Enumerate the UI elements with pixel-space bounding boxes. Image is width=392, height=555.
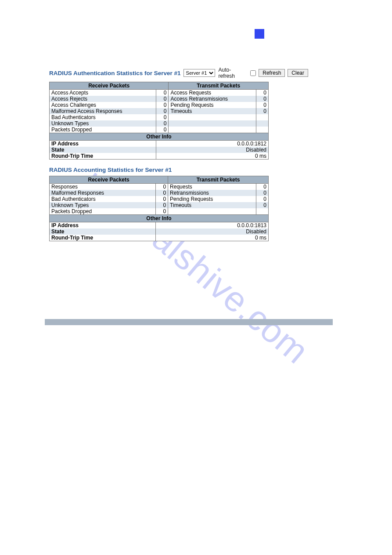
cell-label: Unknown Types	[50, 202, 156, 208]
cell-value: 0	[256, 96, 269, 102]
table-row: Round-Trip Time 0 ms	[50, 235, 269, 241]
cell-label: Access Requests	[169, 90, 256, 96]
cell-value: 0	[156, 114, 169, 120]
cell-value: 0	[256, 202, 269, 208]
cell-value	[256, 120, 269, 127]
cell-value: 0	[156, 96, 169, 102]
server-select[interactable]: Server #1	[183, 69, 215, 77]
cell-value: 0	[156, 184, 168, 190]
table-row: Malformed Access Responses 0 Timeouts 0	[50, 108, 269, 114]
auth-title-row: RADIUS Authentication Statistics for Ser…	[49, 67, 308, 79]
cell-label	[168, 208, 256, 215]
refresh-button[interactable]: Refresh	[259, 69, 285, 77]
info-value: Disabled	[156, 229, 269, 235]
acct-header-row: Receive Packets Transmit Packets	[50, 176, 269, 184]
table-row: Unknown Types 0 Timeouts 0	[50, 202, 269, 208]
acct-title: RADIUS Accounting Statistics for Server …	[49, 167, 308, 173]
table-row: Access Challenges 0 Pending Requests 0	[50, 102, 269, 108]
info-value: 0.0.0.0:1812	[156, 141, 269, 147]
footer-bar	[45, 319, 333, 325]
cell-label	[169, 127, 256, 133]
cell-label	[169, 114, 256, 120]
info-label: IP Address	[50, 141, 156, 147]
acct-transmit-header: Transmit Packets	[168, 176, 269, 184]
cell-label	[169, 120, 256, 127]
table-row: IP Address 0.0.0.0:1812	[50, 141, 269, 147]
auth-receive-header: Receive Packets	[50, 82, 169, 90]
cell-label: Packets Dropped	[50, 208, 156, 215]
table-row: Responses 0 Requests 0	[50, 184, 269, 190]
cell-label: Access Challenges	[50, 102, 156, 108]
cell-label: Timeouts	[169, 108, 256, 114]
cell-value: 0	[256, 196, 269, 202]
clear-button[interactable]: Clear	[288, 69, 308, 77]
cell-label: Unknown Types	[50, 120, 156, 127]
cell-label: Pending Requests	[168, 196, 256, 202]
table-row: Packets Dropped 0	[50, 208, 269, 215]
info-value: 0 ms	[156, 153, 269, 160]
table-row: Bad Authenticators 0 Pending Requests 0	[50, 196, 269, 202]
auth-other-info-header-row: Other Info	[50, 133, 269, 141]
acct-other-info-header: Other Info	[50, 215, 269, 222]
table-row: State Disabled	[50, 147, 269, 153]
cell-label: Bad Authenticators	[50, 196, 156, 202]
info-label: Round-Trip Time	[50, 153, 156, 160]
cell-label: Responses	[50, 184, 156, 190]
cell-value: 0	[256, 190, 269, 196]
cell-value: 0	[156, 190, 168, 196]
auto-refresh-label: Auto-refresh	[219, 67, 247, 79]
acct-other-info-header-row: Other Info	[50, 215, 269, 222]
page-marker	[255, 29, 264, 39]
cell-value: 0	[156, 102, 169, 108]
cell-value: 0	[156, 90, 169, 96]
cell-label: Malformed Responses	[50, 190, 156, 196]
auth-stats-table: Receive Packets Transmit Packets Access …	[49, 82, 269, 160]
cell-value	[256, 127, 269, 133]
table-row: Bad Authenticators 0	[50, 114, 269, 120]
auth-transmit-header: Transmit Packets	[169, 82, 269, 90]
auto-refresh-checkbox[interactable]	[250, 70, 256, 76]
auth-header-row: Receive Packets Transmit Packets	[50, 82, 269, 90]
cell-value: 0	[156, 202, 168, 208]
cell-value: 0	[256, 108, 269, 114]
info-value: 0 ms	[156, 235, 269, 241]
info-value: 0.0.0.0:1813	[156, 222, 269, 229]
auth-other-info-header: Other Info	[50, 133, 269, 141]
cell-value: 0	[256, 102, 269, 108]
table-row: State Disabled	[50, 229, 269, 235]
table-row: Malformed Responses 0 Retransmissions 0	[50, 190, 269, 196]
cell-value: 0	[156, 208, 168, 215]
info-label: IP Address	[50, 222, 156, 229]
cell-value: 0	[156, 108, 169, 114]
table-row: Round-Trip Time 0 ms	[50, 153, 269, 160]
acct-receive-header: Receive Packets	[50, 176, 168, 184]
auth-title: RADIUS Authentication Statistics for Ser…	[49, 70, 181, 76]
cell-value: 0	[256, 184, 269, 190]
info-label: State	[50, 147, 156, 153]
info-label: Round-Trip Time	[50, 235, 156, 241]
table-row: Access Accepts 0 Access Requests 0	[50, 90, 269, 96]
info-label: State	[50, 229, 156, 235]
cell-label: Retransmissions	[168, 190, 256, 196]
table-row: Packets Dropped 0	[50, 127, 269, 133]
cell-label: Access Rejects	[50, 96, 156, 102]
cell-value: 0	[156, 127, 169, 133]
cell-value: 0	[256, 90, 269, 96]
cell-label: Requests	[168, 184, 256, 190]
cell-label: Bad Authenticators	[50, 114, 156, 120]
cell-label: Malformed Access Responses	[50, 108, 156, 114]
cell-label: Access Retransmissions	[169, 96, 256, 102]
table-row: Access Rejects 0 Access Retransmissions …	[50, 96, 269, 102]
info-value: Disabled	[156, 147, 269, 153]
acct-stats-table: Receive Packets Transmit Packets Respons…	[49, 176, 269, 241]
cell-label: Packets Dropped	[50, 127, 156, 133]
cell-value: 0	[156, 196, 168, 202]
content-area: RADIUS Authentication Statistics for Ser…	[49, 67, 308, 241]
cell-label: Timeouts	[168, 202, 256, 208]
table-row: Unknown Types 0	[50, 120, 269, 127]
cell-value	[256, 114, 269, 120]
cell-label: Pending Requests	[169, 102, 256, 108]
table-row: IP Address 0.0.0.0:1813	[50, 222, 269, 229]
cell-value	[256, 208, 269, 215]
cell-value: 0	[156, 120, 169, 127]
